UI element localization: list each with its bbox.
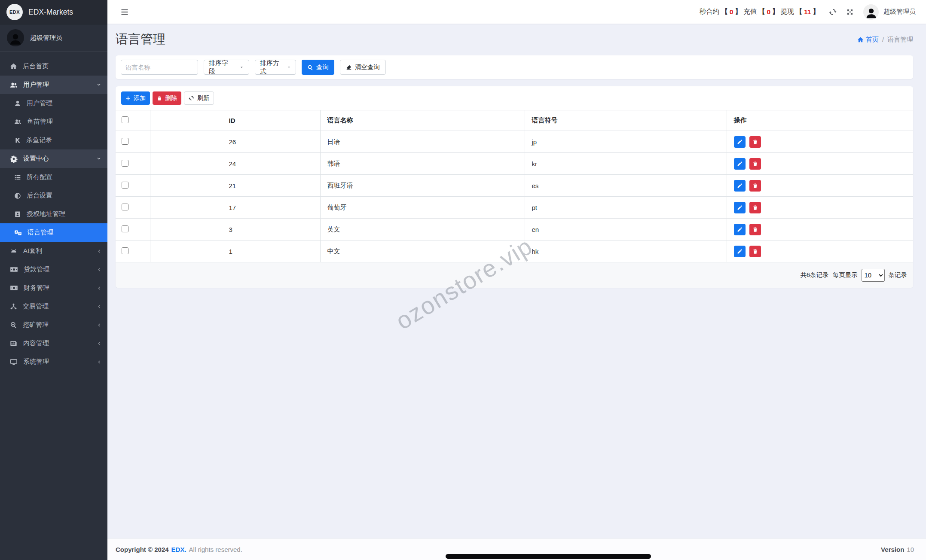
pending-stats[interactable]: 秒合约【0】 充值【0】 提现【11】	[700, 7, 819, 16]
expand-icon	[846, 8, 854, 16]
delete-row-button[interactable]	[749, 246, 761, 257]
user-menu[interactable]: 超级管理员	[863, 4, 916, 20]
edit-row-button[interactable]	[734, 158, 746, 170]
header-code: 语言符号	[525, 110, 727, 131]
sidebar-user-panel: 超级管理员	[0, 24, 107, 52]
edit-row-button[interactable]	[734, 246, 746, 257]
sidebar-item-user-list[interactable]: 用户管理	[0, 94, 107, 113]
cell-code: pt	[525, 197, 727, 219]
trash-icon	[752, 161, 758, 167]
row-checkbox[interactable]	[122, 182, 128, 189]
select-all-checkbox[interactable]	[122, 116, 128, 123]
users-icon	[10, 81, 18, 89]
per-page-select[interactable]: 10	[862, 269, 885, 282]
sort-order-select[interactable]: 排序方式	[255, 60, 296, 75]
trash-icon	[752, 249, 758, 254]
trash-icon	[157, 96, 162, 101]
refresh-icon	[829, 8, 837, 16]
sidebar-item-language-management[interactable]: 语言管理	[0, 223, 107, 242]
chevron-down-icon	[96, 82, 101, 88]
newspaper-icon	[10, 340, 18, 347]
brand-logo-text: EDX	[9, 9, 20, 15]
row-checkbox[interactable]	[122, 138, 128, 145]
cell-name: 西班牙语	[320, 175, 525, 197]
avatar	[863, 4, 879, 20]
chevron-left-icon	[96, 249, 101, 254]
trash-icon	[752, 205, 758, 210]
cell-name: 葡萄牙	[320, 197, 525, 219]
header-blank-cell	[150, 110, 222, 131]
sidebar-toggle-button[interactable]	[120, 8, 129, 16]
breadcrumb-home-link[interactable]: 首页	[857, 36, 879, 44]
home-icon	[857, 37, 864, 43]
sidebar-item-all-configs[interactable]: 所有配置	[0, 168, 107, 186]
table-row: 17 葡萄牙 pt	[116, 197, 913, 219]
edit-row-button[interactable]	[734, 180, 746, 192]
money-bill-icon	[10, 284, 18, 292]
delete-row-button[interactable]	[749, 136, 761, 148]
sidebar-item-settings-center[interactable]: 设置中心	[0, 149, 107, 168]
footer-brand-link[interactable]: EDX.	[171, 546, 186, 553]
row-checkbox[interactable]	[122, 160, 128, 167]
cell-code: jp	[525, 131, 727, 153]
refresh-page-button[interactable]	[829, 8, 837, 16]
search-button[interactable]: 查询	[302, 60, 334, 75]
person-icon	[8, 32, 23, 46]
page-title: 语言管理	[116, 31, 165, 48]
sidebar-item-auth-address-management[interactable]: 授权地址管理	[0, 205, 107, 223]
sidebar-item-finance-management[interactable]: 财务管理	[0, 279, 107, 297]
breadcrumb: 首页 / 语言管理	[857, 36, 913, 44]
delete-button[interactable]: 删除	[153, 91, 181, 105]
chevron-left-icon	[96, 323, 101, 328]
sidebar-item-loan-management[interactable]: 贷款管理	[0, 260, 107, 279]
user-icon	[14, 100, 21, 107]
sidebar-item-kill-fish-records[interactable]: 杀鱼记录	[0, 131, 107, 149]
sidebar-item-ai-arbitrage[interactable]: AI套利	[0, 242, 107, 260]
app-title: EDX-Markets	[28, 8, 73, 17]
table-row: 3 英文 en	[116, 219, 913, 240]
edit-row-button[interactable]	[734, 136, 746, 148]
stat-value: 0	[767, 8, 770, 16]
row-checkbox[interactable]	[122, 204, 128, 210]
cell-name: 英文	[320, 219, 525, 240]
delete-row-button[interactable]	[749, 180, 761, 192]
edit-row-button[interactable]	[734, 202, 746, 213]
sidebar-item-user-management[interactable]: 用户管理	[0, 76, 107, 94]
row-checkbox[interactable]	[122, 225, 128, 232]
sort-field-select[interactable]: 排序字段	[204, 60, 249, 75]
version-value: 10	[907, 546, 914, 553]
refresh-button[interactable]: 刷新	[184, 91, 214, 105]
pencil-icon	[737, 183, 743, 189]
add-button[interactable]: 添加	[121, 91, 150, 105]
total-records-text: 共6条记录	[800, 271, 828, 279]
cell-id: 3	[222, 219, 320, 240]
cell-code: hk	[525, 240, 727, 262]
sidebar-item-system-management[interactable]: 系统管理	[0, 353, 107, 371]
delete-row-button[interactable]	[749, 202, 761, 213]
edit-row-button[interactable]	[734, 224, 746, 235]
clear-search-button[interactable]: 清空查询	[340, 60, 386, 75]
sidebar-item-fry-management[interactable]: 鱼苗管理	[0, 113, 107, 131]
sidebar-item-mining-management[interactable]: 挖矿管理	[0, 316, 107, 334]
sidebar-item-backend-settings[interactable]: 后台设置	[0, 186, 107, 205]
row-checkbox[interactable]	[122, 247, 128, 254]
sidebar-item-content-management[interactable]: 内容管理	[0, 334, 107, 353]
language-name-input[interactable]	[121, 60, 198, 75]
caret-down-icon	[287, 65, 291, 70]
fullscreen-button[interactable]	[846, 8, 854, 16]
gear-icon	[10, 155, 18, 163]
plus-icon	[125, 96, 131, 101]
home-indicator-bar	[446, 554, 651, 559]
money-bill-icon	[10, 265, 18, 274]
delete-row-button[interactable]	[749, 224, 761, 235]
delete-row-button[interactable]	[749, 158, 761, 170]
eraser-icon	[346, 64, 352, 70]
sidebar-item-trade-management[interactable]: 交易管理	[0, 297, 107, 316]
main-content: 语言管理 首页 / 语言管理 排序字段 排序方式 查询 清空查询	[107, 24, 926, 560]
sidebar-user-name: 超级管理员	[30, 34, 62, 42]
id-card-icon	[14, 211, 21, 218]
stat-value: 11	[804, 8, 811, 16]
table-pagination: 共6条记录 每页显示 10 条记录	[116, 262, 913, 288]
header-name: 语言名称	[320, 110, 525, 131]
sidebar-item-home[interactable]: 后台首页	[0, 57, 107, 76]
